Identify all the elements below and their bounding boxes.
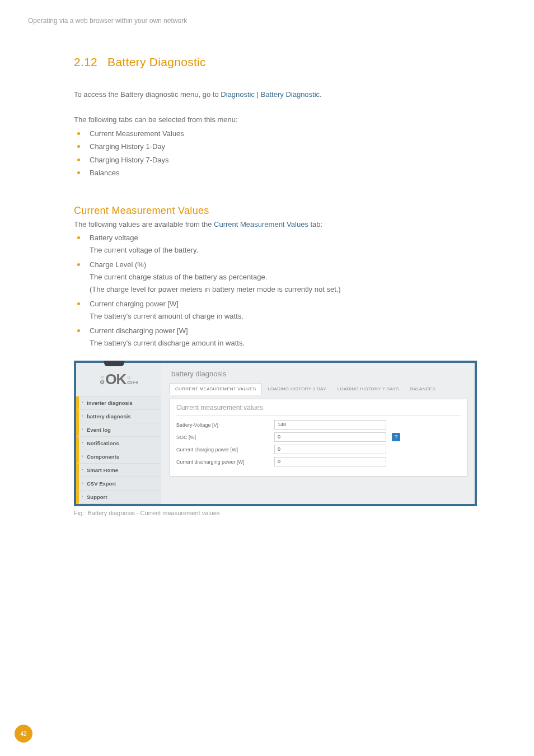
chevron-right-icon: › xyxy=(82,481,83,485)
tab-balances[interactable]: BALANCES xyxy=(405,384,441,394)
device-notch xyxy=(104,361,124,366)
panel-title: battery diagnosis xyxy=(169,368,468,382)
sidebar-item-label: Notifications xyxy=(87,440,119,446)
nav-path: Diagnostic | Battery Diagnostic. xyxy=(221,90,321,99)
section-title: Battery Diagnostic xyxy=(107,55,206,69)
sub-lead-tab: Current Measurement Values xyxy=(214,220,308,228)
value-desc: The current voltage of the battery. xyxy=(90,244,484,256)
field-label: SOC [%] xyxy=(176,435,269,440)
field-label: Current discharging power [W] xyxy=(176,459,269,465)
value-title: Charge Level (%) xyxy=(90,259,484,271)
section-number: 2.12 xyxy=(74,55,97,69)
sidebar-item-inverter[interactable]: ›Inverter diagnosis xyxy=(76,396,161,410)
field-row: Battery-Voltage [V] 148 xyxy=(176,420,461,430)
subsection-lead: The following values are available from … xyxy=(74,220,484,228)
value-desc: The battery's current amount of charge i… xyxy=(90,310,484,323)
field-label: Current charging power [W] xyxy=(176,447,269,452)
figure-caption: Fig.: Battery diagnosis - Current measur… xyxy=(74,510,484,516)
sidebar-item-label: Support xyxy=(87,494,107,500)
sun-icon: ☼⚙ xyxy=(100,374,104,385)
chevron-right-icon: › xyxy=(82,414,83,418)
soc-input[interactable]: 0 xyxy=(274,432,386,442)
sidebar-item-label: battery diagnosis xyxy=(87,413,131,419)
subsection-heading: Current Measurement Values xyxy=(74,205,484,217)
value-title: Current charging power [W] xyxy=(90,298,484,310)
sidebar-item-eventlog[interactable]: ›Event log xyxy=(76,423,161,437)
value-definitions: Battery voltage The current voltage of t… xyxy=(74,232,484,350)
figure-sidebar: ☼⚙ OK ⌂▭ ⧟ ›Inverter diagnosis ›battery … xyxy=(76,363,161,504)
tabs-list: Current Measurement Values Charging Hist… xyxy=(74,127,484,180)
field-label: Battery-Voltage [V] xyxy=(176,422,269,428)
charging-power-input[interactable]: 0 xyxy=(274,445,386,454)
tab-history-7days[interactable]: LOADING HISTORY 7 DAYS xyxy=(332,384,405,394)
running-header: Operating via a web browser within your … xyxy=(28,17,506,25)
tabs-list-item: Current Measurement Values xyxy=(74,127,484,140)
value-desc: The current charge status of the battery… xyxy=(90,271,484,283)
value-item: Current discharging power [W] The batter… xyxy=(74,325,484,349)
sidebar-item-notifications[interactable]: ›Notifications xyxy=(76,437,161,450)
sidebar-item-smarthome[interactable]: ›Smart Home xyxy=(76,464,161,477)
tabs-list-item: Charging History 7-Days xyxy=(74,153,484,166)
discharging-power-input[interactable]: 0 xyxy=(274,457,386,466)
sidebar-item-csvexport[interactable]: ›CSV Export xyxy=(76,477,161,491)
value-desc: (The charge level for power meters in ba… xyxy=(90,283,484,296)
chevron-right-icon: › xyxy=(82,468,83,472)
page-number-badge: 42 xyxy=(15,725,32,743)
figure-main: battery diagnosis CURRENT MEASUREMENT VA… xyxy=(161,363,475,504)
help-icon[interactable]: ? xyxy=(392,433,400,441)
value-title: Battery voltage xyxy=(90,232,484,244)
chevron-right-icon: › xyxy=(82,400,83,404)
tabs-lead: The following tabs can be selected from … xyxy=(74,115,484,124)
tab-history-1day[interactable]: LOADING HISTORY 1 DAY xyxy=(262,384,331,394)
field-row: SOC [%] 0 ? xyxy=(176,432,461,442)
house-icon: ⌂▭ ⧟ xyxy=(127,374,138,385)
logo-text: OK xyxy=(105,371,126,388)
sidebar-item-components[interactable]: ›Components xyxy=(76,450,161,464)
figure-nav: ›Inverter diagnosis ›battery diagnosis ›… xyxy=(76,396,161,504)
value-title: Current discharging power [W] xyxy=(90,325,484,337)
chevron-right-icon: › xyxy=(82,454,83,458)
sidebar-item-label: CSV Export xyxy=(87,480,116,487)
section-heading: 2.12 Battery Diagnostic xyxy=(74,55,484,69)
logo: ☼⚙ OK ⌂▭ ⧟ xyxy=(76,363,161,396)
value-item: Battery voltage The current voltage of t… xyxy=(74,232,484,256)
sidebar-item-label: Event log xyxy=(87,427,111,433)
tabs-list-item: Charging History 1-Day xyxy=(74,140,484,153)
field-row: Current discharging power [W] 0 xyxy=(176,457,461,466)
sidebar-item-battery[interactable]: ›battery diagnosis xyxy=(76,410,161,423)
sub-lead-suffix: tab: xyxy=(308,220,322,228)
value-desc: The battery's current discharge amount i… xyxy=(90,337,484,349)
tab-current-values[interactable]: CURRENT MEASUREMENT VALUES xyxy=(169,383,262,395)
field-row: Current charging power [W] 0 xyxy=(176,445,461,454)
intro-text: To access the Battery diagnostic menu, g… xyxy=(74,90,484,99)
sidebar-item-label: Inverter diagnosis xyxy=(87,400,133,406)
card-heading: Current measurement values xyxy=(176,404,461,416)
tabs-list-item: Balances xyxy=(74,166,484,179)
battery-voltage-input[interactable]: 148 xyxy=(274,420,386,430)
figure-tabs: CURRENT MEASUREMENT VALUES LOADING HISTO… xyxy=(169,382,468,394)
chevron-right-icon: › xyxy=(82,427,83,431)
screenshot-figure: ☼⚙ OK ⌂▭ ⧟ ›Inverter diagnosis ›battery … xyxy=(74,361,477,506)
sidebar-item-label: Components xyxy=(87,454,119,460)
chevron-right-icon: › xyxy=(82,441,83,445)
sub-lead-prefix: The following values are available from … xyxy=(74,220,214,228)
sidebar-item-label: Smart Home xyxy=(87,467,118,473)
chevron-right-icon: › xyxy=(82,494,83,498)
value-item: Charge Level (%) The current charge stat… xyxy=(74,259,484,296)
sidebar-item-support[interactable]: ›Support xyxy=(76,491,161,504)
intro-prefix: To access the Battery diagnostic menu, g… xyxy=(74,90,221,99)
measurement-card: Current measurement values Battery-Volta… xyxy=(169,399,468,477)
value-item: Current charging power [W] The battery's… xyxy=(74,298,484,323)
